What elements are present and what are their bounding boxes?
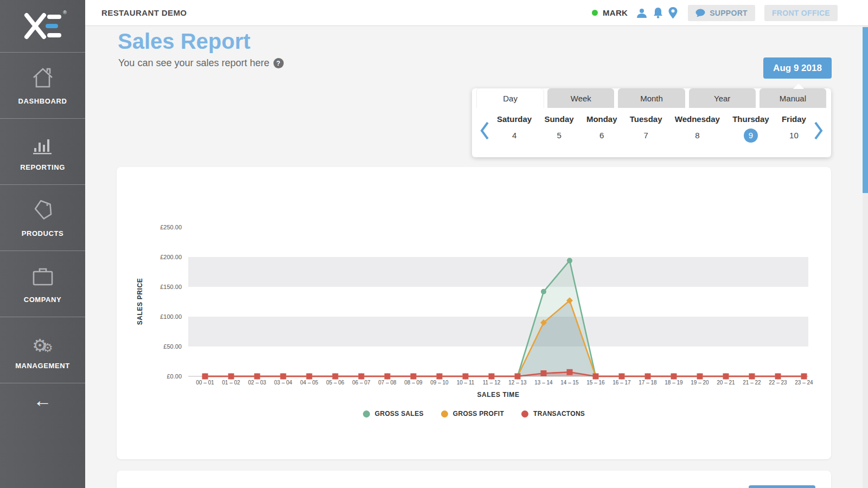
selected-date-button[interactable]: Aug 9 2018 — [763, 57, 832, 79]
front-office-button[interactable]: FRONT OFFICE — [764, 5, 838, 21]
sidebar-item-reporting[interactable]: REPORTING — [0, 119, 85, 185]
app-logo[interactable]: ® — [0, 0, 85, 53]
data-point[interactable] — [463, 374, 469, 380]
data-point[interactable] — [645, 374, 651, 380]
y-tick-label: £100.00 — [160, 313, 182, 320]
topbar: RESTAURANT DEMO MARK — [85, 0, 868, 26]
data-point[interactable] — [359, 374, 365, 380]
data-point[interactable] — [254, 374, 260, 380]
data-point[interactable] — [801, 374, 807, 380]
x-tick-label: 23 – 24 — [795, 380, 813, 386]
x-tick-label: 18 – 19 — [665, 380, 683, 386]
sidebar-item-label: REPORTING — [20, 163, 65, 171]
data-point[interactable] — [437, 374, 443, 380]
data-point[interactable] — [541, 370, 547, 376]
data-point[interactable] — [723, 374, 729, 380]
data-point[interactable] — [619, 374, 625, 380]
legend-dot-icon — [521, 410, 528, 418]
data-point[interactable] — [541, 289, 546, 294]
day-name: Thursday — [732, 114, 769, 124]
day-option-monday[interactable]: Monday6 — [586, 114, 617, 143]
previous-week-chevron-icon[interactable] — [480, 121, 489, 143]
tab-manual[interactable]: Manual — [760, 88, 826, 108]
help-icon[interactable]: ? — [273, 58, 284, 68]
day-option-wednesday[interactable]: Wednesday8 — [675, 114, 720, 143]
user-name[interactable]: MARK — [603, 8, 628, 17]
y-tick-label: £0.00 — [167, 373, 182, 380]
sidebar-item-dashboard[interactable]: DASHBOARD — [0, 53, 85, 119]
day-option-saturday[interactable]: Saturday4 — [497, 114, 532, 143]
day-number-selected[interactable]: 9 — [744, 129, 758, 143]
chart-legend: GROSS SALESGROSS PROFITTRANSACTONS — [117, 410, 831, 418]
x-tick-label: 06 – 07 — [352, 380, 371, 386]
day-name: Sunday — [544, 114, 573, 124]
second-report-card — [117, 471, 831, 488]
next-week-chevron-icon[interactable] — [814, 121, 824, 143]
y-tick-label: £200.00 — [160, 254, 182, 260]
day-number[interactable]: 6 — [595, 129, 609, 143]
legend-item-gross-profit[interactable]: GROSS PROFIT — [441, 410, 504, 418]
grid-band — [188, 317, 808, 346]
data-point[interactable] — [567, 369, 573, 375]
bottom-action-button[interactable] — [749, 485, 815, 488]
data-point[interactable] — [333, 374, 339, 380]
day-option-thursday[interactable]: Thursday9 — [732, 114, 769, 143]
data-point[interactable] — [385, 374, 391, 380]
data-point[interactable] — [228, 374, 234, 380]
day-number[interactable]: 10 — [787, 129, 801, 143]
tab-year[interactable]: Year — [689, 88, 756, 108]
legend-dot-icon — [363, 410, 370, 418]
day-name: Monday — [586, 114, 617, 124]
data-point[interactable] — [411, 374, 417, 380]
data-point[interactable] — [593, 374, 599, 380]
legend-label: TRANSACTONS — [533, 410, 585, 418]
day-strip: Saturday4Sunday5Monday6Tuesday7Wednesday… — [497, 114, 806, 143]
location-pin-icon[interactable] — [668, 7, 678, 19]
day-option-tuesday[interactable]: Tuesday7 — [630, 114, 662, 143]
sidebar-item-management[interactable]: ⚙⚙ MANAGEMENT — [0, 317, 85, 383]
day-option-friday[interactable]: Friday10 — [782, 114, 806, 143]
data-point[interactable] — [307, 374, 312, 380]
data-point[interactable] — [489, 374, 495, 380]
y-tick-label: £150.00 — [160, 284, 182, 290]
user-icon[interactable] — [636, 8, 648, 18]
company-name: RESTAURANT DEMO — [101, 8, 187, 17]
sidebar: ® DASHBOARD REPORTING — [0, 0, 85, 488]
support-button[interactable]: SUPPORT — [688, 5, 755, 21]
online-status-dot — [592, 10, 598, 16]
x-tick-label: 21 – 22 — [743, 380, 761, 386]
day-number[interactable]: 7 — [639, 129, 653, 143]
x-tick-label: 02 – 03 — [248, 380, 266, 386]
x-tick-label: 10 – 11 — [457, 380, 475, 386]
day-number[interactable]: 5 — [552, 129, 566, 143]
popup-caret — [793, 84, 804, 89]
date-picker-popup: DayWeekMonthYearManual Saturday4Sunday5M… — [472, 88, 831, 157]
data-point[interactable] — [202, 374, 208, 380]
legend-item-transactons[interactable]: TRANSACTONS — [521, 410, 585, 418]
day-number[interactable]: 8 — [690, 129, 704, 143]
tab-month[interactable]: Month — [618, 88, 685, 108]
page-title: Sales Report — [118, 29, 251, 54]
sidebar-item-label: DASHBOARD — [18, 97, 67, 105]
legend-item-gross-sales[interactable]: GROSS SALES — [363, 410, 424, 418]
tab-week[interactable]: Week — [547, 88, 614, 108]
data-point[interactable] — [515, 374, 521, 380]
tag-icon — [31, 198, 55, 222]
tab-day[interactable]: Day — [477, 88, 544, 108]
notifications-bell-icon[interactable] — [653, 7, 663, 18]
data-point[interactable] — [775, 374, 781, 380]
collapse-sidebar-arrow-icon[interactable]: ← — [34, 391, 52, 409]
data-point[interactable] — [671, 374, 677, 380]
day-option-sunday[interactable]: Sunday5 — [544, 114, 573, 143]
data-point[interactable] — [697, 374, 703, 380]
sidebar-item-products[interactable]: PRODUCTS — [0, 185, 85, 251]
day-number[interactable]: 4 — [507, 129, 521, 143]
data-point[interactable] — [749, 374, 755, 380]
page-scrollbar-thumb[interactable] — [863, 27, 868, 193]
page-scrollbar-track[interactable] — [863, 26, 868, 488]
data-point[interactable] — [567, 258, 572, 264]
x-tick-label: 19 – 20 — [691, 380, 709, 386]
sidebar-item-company[interactable]: COMPANY — [0, 251, 85, 317]
data-point[interactable] — [280, 374, 286, 380]
sidebar-item-label: COMPANY — [24, 296, 62, 304]
